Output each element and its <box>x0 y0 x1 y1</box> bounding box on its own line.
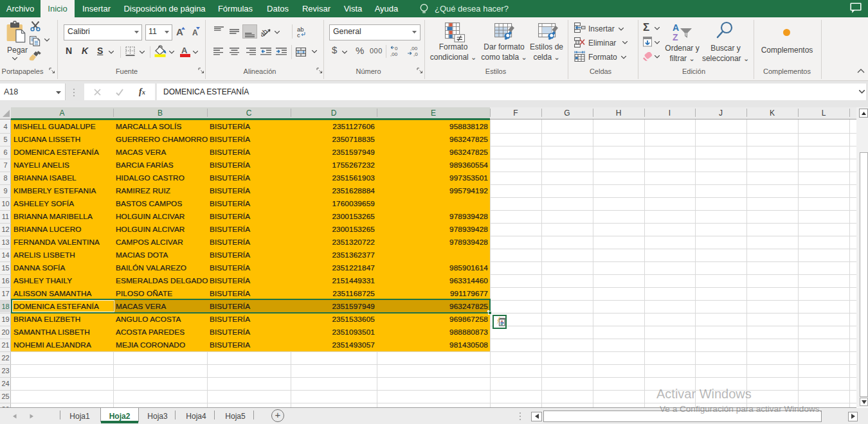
svg-text:,00: ,00 <box>410 46 418 51</box>
svg-text:A: A <box>673 22 679 33</box>
svg-text:Z: Z <box>673 32 678 41</box>
svg-text:0: 0 <box>395 46 398 51</box>
svg-text:,0: ,0 <box>413 51 418 57</box>
svg-text:c: c <box>297 31 300 38</box>
svg-text:,00: ,00 <box>390 51 398 57</box>
